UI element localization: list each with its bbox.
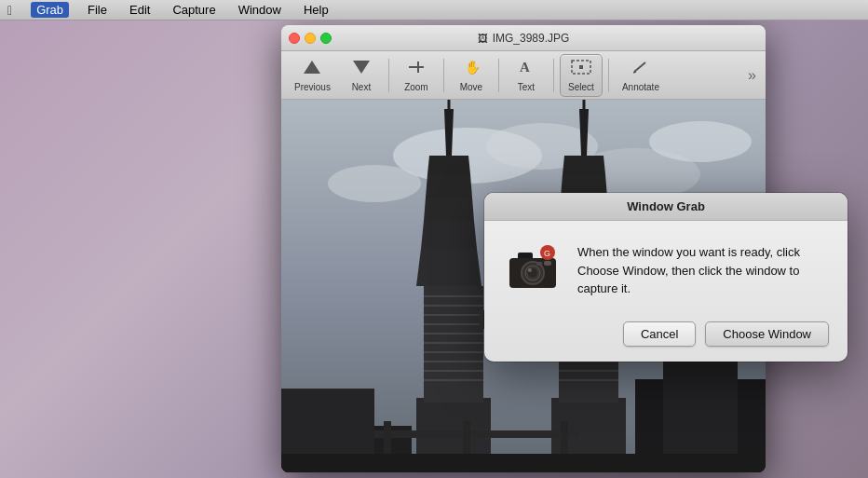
svg-text:✋: ✋ bbox=[465, 60, 481, 75]
toolbar: Previous Next Zoom bbox=[281, 51, 766, 100]
select-label: Select bbox=[568, 82, 594, 92]
svg-rect-61 bbox=[374, 430, 579, 438]
svg-rect-31 bbox=[424, 351, 483, 353]
desktop: 🖼 IMG_3989.JPG Previous Next bbox=[0, 20, 868, 478]
zoom-label: Zoom bbox=[404, 82, 428, 92]
menu-file[interactable]: File bbox=[84, 3, 111, 17]
annotate-label: Annotate bbox=[622, 82, 659, 92]
svg-rect-30 bbox=[424, 342, 483, 344]
select-button[interactable]: Select bbox=[560, 54, 603, 97]
move-button[interactable]: ✋ Move bbox=[450, 55, 493, 96]
svg-rect-27 bbox=[424, 314, 483, 316]
svg-marker-1 bbox=[353, 61, 370, 74]
menu-help[interactable]: Help bbox=[300, 3, 332, 17]
dialog-body: G When the window you want is ready, cli… bbox=[484, 221, 848, 308]
next-button[interactable]: Next bbox=[340, 55, 383, 96]
text-button[interactable]: A Text bbox=[505, 55, 548, 96]
svg-marker-20 bbox=[424, 198, 474, 221]
toolbar-separator-5 bbox=[608, 59, 609, 92]
toolbar-separator-3 bbox=[498, 59, 499, 92]
apple-menu[interactable]:  bbox=[7, 3, 12, 18]
window-titlebar: 🖼 IMG_3989.JPG bbox=[281, 25, 766, 51]
svg-rect-25 bbox=[424, 295, 483, 297]
dialog-buttons: Cancel Choose Window bbox=[484, 308, 848, 362]
svg-point-14 bbox=[328, 165, 421, 202]
svg-marker-19 bbox=[421, 221, 477, 249]
menu-window[interactable]: Window bbox=[235, 3, 285, 17]
svg-rect-26 bbox=[424, 305, 483, 307]
previous-icon bbox=[302, 59, 322, 80]
toolbar-overflow[interactable]: » bbox=[744, 63, 760, 88]
text-label: Text bbox=[518, 82, 535, 92]
svg-marker-0 bbox=[304, 61, 320, 74]
svg-line-9 bbox=[633, 72, 636, 73]
window-title: 🖼 IMG_3989.JPG bbox=[478, 32, 570, 45]
svg-rect-33 bbox=[424, 370, 483, 372]
camera-icon-wrap: G bbox=[503, 239, 563, 299]
annotate-button[interactable]: Annotate bbox=[615, 55, 667, 96]
annotate-icon bbox=[631, 59, 651, 80]
svg-marker-21 bbox=[426, 174, 472, 198]
svg-marker-41 bbox=[563, 156, 605, 174]
svg-text:A: A bbox=[520, 60, 530, 75]
choose-window-button[interactable]: Choose Window bbox=[705, 321, 829, 347]
move-icon: ✋ bbox=[461, 59, 481, 80]
window-title-text: IMG_3989.JPG bbox=[493, 32, 570, 45]
svg-marker-18 bbox=[416, 249, 481, 286]
svg-rect-52 bbox=[559, 370, 618, 372]
menu-grab[interactable]: Grab bbox=[31, 2, 69, 18]
next-icon bbox=[351, 59, 372, 80]
file-icon: 🖼 bbox=[478, 33, 488, 44]
svg-line-8 bbox=[634, 62, 645, 72]
toolbar-separator-2 bbox=[443, 59, 444, 92]
svg-rect-32 bbox=[424, 361, 483, 362]
cancel-button[interactable]: Cancel bbox=[623, 321, 696, 347]
previous-label: Previous bbox=[294, 82, 331, 92]
maximize-button[interactable] bbox=[320, 33, 332, 44]
svg-rect-28 bbox=[424, 323, 483, 325]
svg-marker-22 bbox=[427, 156, 470, 174]
previous-button[interactable]: Previous bbox=[287, 55, 338, 96]
camera-icon: G bbox=[505, 241, 561, 297]
svg-point-15 bbox=[649, 121, 752, 162]
svg-text:G: G bbox=[544, 249, 550, 258]
svg-rect-29 bbox=[424, 333, 483, 335]
close-button[interactable] bbox=[289, 33, 300, 44]
move-label: Move bbox=[460, 82, 482, 92]
toolbar-separator-4 bbox=[553, 59, 554, 92]
dialog-titlebar: Window Grab bbox=[484, 193, 848, 221]
dialog-title: Window Grab bbox=[627, 199, 705, 213]
dialog-message: When the window you want is ready, click… bbox=[577, 239, 829, 298]
svg-rect-7 bbox=[579, 65, 583, 69]
svg-rect-74 bbox=[509, 258, 556, 288]
minimize-button[interactable] bbox=[305, 33, 316, 44]
svg-rect-3 bbox=[417, 61, 419, 73]
traffic-lights bbox=[289, 33, 332, 44]
next-label: Next bbox=[352, 82, 372, 92]
svg-rect-65 bbox=[281, 454, 766, 472]
select-icon bbox=[570, 59, 592, 80]
menu-capture[interactable]: Capture bbox=[169, 3, 219, 17]
menubar:  Grab File Edit Capture Window Help bbox=[0, 0, 868, 20]
menu-edit[interactable]: Edit bbox=[126, 3, 154, 17]
window-grab-dialog: Window Grab bbox=[484, 193, 848, 362]
svg-rect-34 bbox=[424, 379, 483, 381]
zoom-icon bbox=[406, 59, 427, 80]
zoom-button[interactable]: Zoom bbox=[395, 55, 438, 96]
toolbar-separator-1 bbox=[388, 59, 389, 92]
svg-rect-53 bbox=[559, 379, 618, 381]
text-icon: A bbox=[516, 59, 536, 80]
svg-rect-17 bbox=[424, 286, 483, 403]
svg-rect-2 bbox=[409, 66, 424, 68]
